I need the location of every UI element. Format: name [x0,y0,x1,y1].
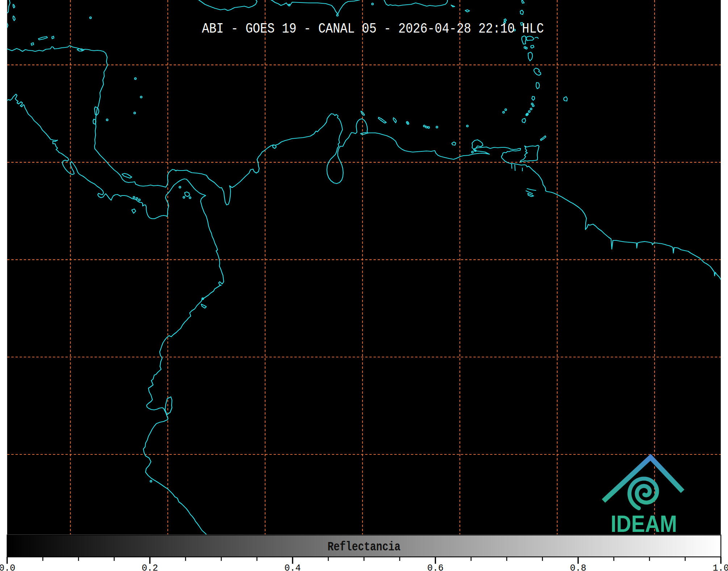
svg-text:IDEAM: IDEAM [611,510,677,537]
svg-text:0.4: 0.4 [285,563,301,571]
svg-text:0.0: 0.0 [0,563,15,571]
svg-text:1.0: 1.0 [713,563,728,571]
svg-text:0.8: 0.8 [570,563,586,571]
svg-text:0.2: 0.2 [142,563,158,571]
svg-text:0.6: 0.6 [427,563,443,571]
svg-text:Reflectancia: Reflectancia [328,540,401,554]
svg-text:ABI - GOES 19 - CANAL 05 - 202: ABI - GOES 19 - CANAL 05 - 2026-04-28 22… [202,21,544,37]
